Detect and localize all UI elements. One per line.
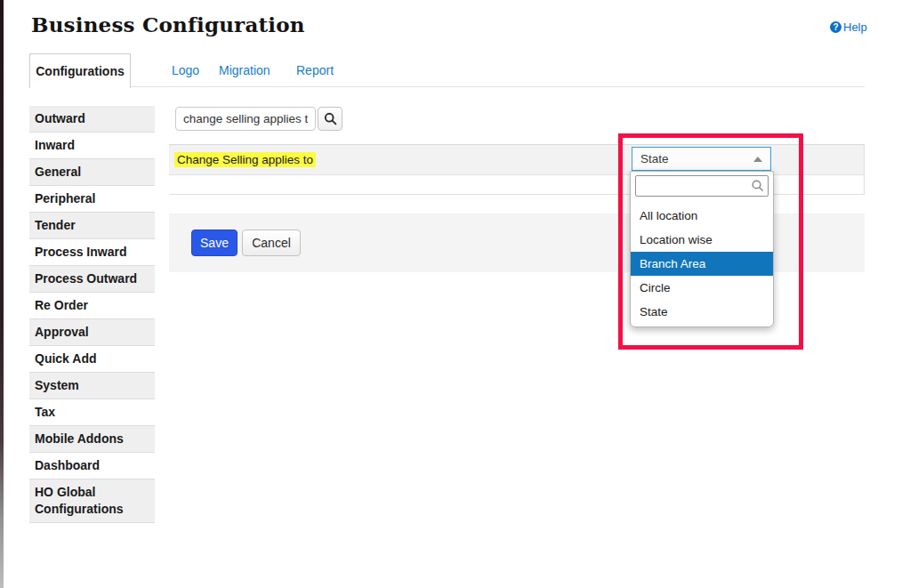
- option-all-location[interactable]: All location: [631, 204, 773, 228]
- sidebar-item-label: Outward: [35, 110, 85, 127]
- config-sidebar: Outward Inward General Peripheral Tender…: [29, 106, 155, 523]
- sidebar-item-inward[interactable]: Inward: [29, 133, 155, 159]
- sidebar-item-process-inward[interactable]: Process Inward: [29, 239, 155, 266]
- tab-bar: Configurations Logo Migration Report: [29, 53, 865, 87]
- sidebar-item-label: Process Outward: [35, 270, 137, 287]
- sidebar-item-label: Quick Add: [35, 350, 97, 367]
- page-title: Business Configuration: [31, 12, 305, 36]
- sidebar-item-re-order[interactable]: Re Order: [29, 293, 155, 319]
- select-value: State: [640, 152, 669, 165]
- sidebar-item-label: Inward: [35, 137, 75, 154]
- search-button[interactable]: [318, 107, 342, 131]
- option-location-wise[interactable]: Location wise: [631, 228, 773, 252]
- sidebar-item-outward[interactable]: Outward: [29, 106, 155, 133]
- sidebar-item-label: Process Inward: [35, 244, 127, 261]
- sidebar-item-peripheral[interactable]: Peripheral: [29, 186, 155, 213]
- sidebar-item-system[interactable]: System: [29, 373, 155, 399]
- dropdown-filter-input[interactable]: [635, 175, 769, 197]
- sidebar-item-label: Tax: [35, 404, 55, 421]
- window-edge-strip: [0, 0, 4, 588]
- selling-applies-to-select[interactable]: State: [632, 147, 771, 171]
- select-dropdown-panel: All location Location wise Branch Area C…: [630, 171, 774, 327]
- dropdown-search: [635, 175, 769, 197]
- sidebar-item-label: Tender: [35, 217, 76, 234]
- search-input[interactable]: [175, 107, 316, 131]
- sidebar-item-label: System: [35, 377, 79, 394]
- config-search: [175, 107, 342, 131]
- chevron-up-icon: [753, 157, 762, 162]
- sidebar-item-label: Peripheral: [35, 190, 95, 207]
- tab-logo[interactable]: Logo: [172, 53, 199, 87]
- help-link[interactable]: ? Help: [830, 20, 867, 34]
- sidebar-item-dashboard[interactable]: Dashboard: [29, 453, 155, 479]
- search-icon: [324, 112, 337, 125]
- dropdown-search-icon: [751, 179, 764, 192]
- cancel-button[interactable]: Cancel: [242, 230, 301, 256]
- sidebar-item-mobile-addons[interactable]: Mobile Addons: [29, 426, 155, 453]
- tab-configurations[interactable]: Configurations: [29, 53, 131, 88]
- option-circle[interactable]: Circle: [631, 276, 773, 300]
- sidebar-item-tender[interactable]: Tender: [29, 213, 155, 239]
- help-question-icon: ?: [830, 21, 842, 33]
- sidebar-item-quick-add[interactable]: Quick Add: [29, 346, 155, 373]
- sidebar-item-label: Re Order: [35, 297, 88, 314]
- business-configuration-screen: Business Configuration ? Help Configurat…: [0, 0, 918, 588]
- option-branch-area[interactable]: Branch Area: [631, 252, 773, 276]
- sidebar-item-label: Dashboard: [35, 457, 100, 474]
- sidebar-item-label: Mobile Addons: [35, 431, 124, 447]
- sidebar-item-label: Approval: [35, 324, 89, 341]
- save-button[interactable]: Save: [191, 230, 238, 256]
- tab-bar-divider: [29, 86, 865, 87]
- sidebar-item-process-outward[interactable]: Process Outward: [29, 266, 155, 293]
- sidebar-item-label: General: [35, 164, 81, 181]
- sidebar-item-approval[interactable]: Approval: [29, 319, 155, 346]
- help-label: Help: [843, 20, 867, 34]
- sidebar-item-ho-global-configurations[interactable]: HO Global Configurations: [29, 479, 155, 523]
- tab-report[interactable]: Report: [296, 53, 334, 87]
- sidebar-item-tax[interactable]: Tax: [29, 399, 155, 426]
- option-state[interactable]: State: [631, 300, 773, 324]
- tab-migration[interactable]: Migration: [219, 53, 270, 87]
- sidebar-item-general[interactable]: General: [29, 159, 155, 186]
- sidebar-item-label: HO Global Configurations: [35, 484, 151, 518]
- setting-label-highlighted: Change Selling applies to: [174, 152, 316, 167]
